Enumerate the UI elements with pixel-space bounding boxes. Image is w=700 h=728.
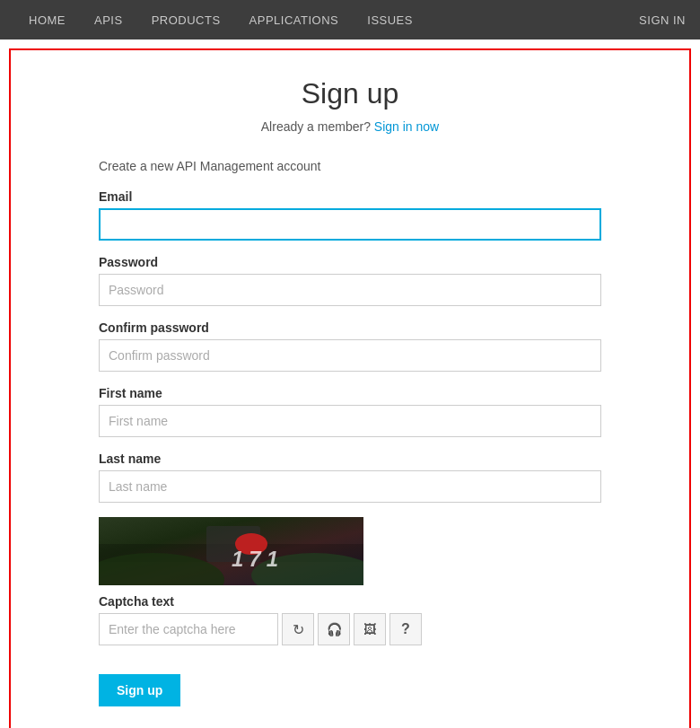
captcha-input[interactable] [99,613,278,645]
email-label: Email [99,189,601,204]
password-field-group: Password [99,255,601,306]
main-container: Sign up Already a member? Sign in now Cr… [9,48,691,728]
email-field-group: Email [99,189,601,241]
nav-item-applications[interactable]: APPLICATIONS [235,0,354,39]
page-title: Sign up [99,77,601,110]
captcha-audio-button[interactable]: 🎧 [318,613,350,645]
first-name-input[interactable] [99,405,601,437]
nav-item-home[interactable]: HOME [14,0,80,39]
captcha-image-button[interactable]: 🖼 [354,613,386,645]
password-input[interactable] [99,274,601,306]
nav-item-apis[interactable]: APIS [80,0,137,39]
confirm-password-input[interactable] [99,339,601,372]
audio-icon: 🎧 [327,622,342,636]
email-input[interactable] [99,208,601,241]
signin-prompt: Already a member? Sign in now [99,119,601,134]
captcha-label: Captcha text [99,594,601,609]
help-icon: ? [401,621,410,637]
first-name-label: First name [99,386,601,400]
captcha-image: 171 [99,517,363,585]
signup-button[interactable]: Sign up [99,674,180,706]
confirm-password-field-group: Confirm password [99,320,601,372]
nav-item-products[interactable]: PRODUCTS [137,0,235,39]
last-name-field-group: Last name [99,452,601,503]
first-name-field-group: First name [99,386,601,437]
captcha-row: ↻ 🎧 🖼 ? [99,613,601,645]
form-subtitle: Create a new API Management account [99,159,601,173]
last-name-input[interactable] [99,470,601,503]
image-icon: 🖼 [363,622,376,636]
already-member-text: Already a member? [261,119,371,134]
nav-item-issues[interactable]: ISSUES [353,0,427,39]
captcha-help-button[interactable]: ? [389,613,422,645]
svg-text:171: 171 [232,547,284,571]
password-label: Password [99,255,601,269]
nav-signin[interactable]: SIGN IN [639,13,686,27]
nav-left: HOME APIS PRODUCTS APPLICATIONS ISSUES [14,0,639,39]
navbar: HOME APIS PRODUCTS APPLICATIONS ISSUES S… [0,0,700,39]
captcha-svg: 171 [99,517,363,585]
refresh-icon: ↻ [293,621,304,638]
captcha-image-inner: 171 [99,517,363,585]
captcha-field-group: Captcha text ↻ 🎧 🖼 ? [99,594,601,645]
signup-form: Sign up Already a member? Sign in now Cr… [99,77,601,706]
last-name-label: Last name [99,452,601,466]
confirm-password-label: Confirm password [99,320,601,335]
signin-link[interactable]: Sign in now [374,119,439,134]
captcha-refresh-button[interactable]: ↻ [282,613,314,645]
